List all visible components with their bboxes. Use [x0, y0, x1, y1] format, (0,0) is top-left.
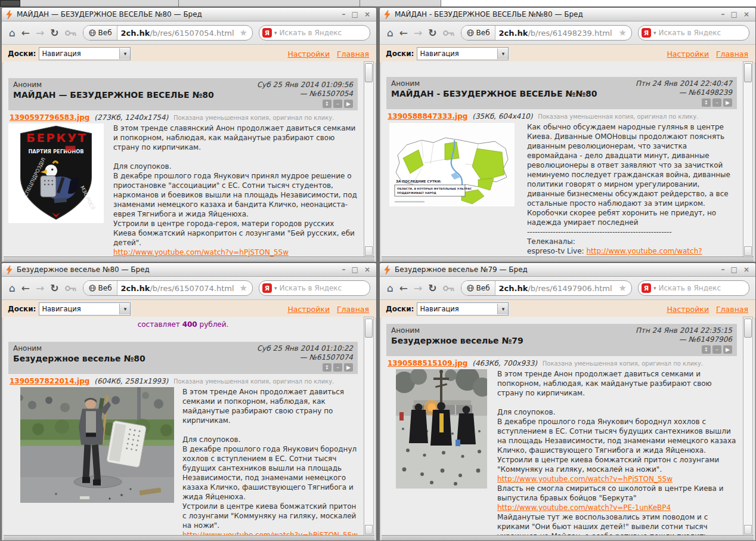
yandex-search-box[interactable]: Я ▾ Искать в Яндекс [259, 25, 370, 41]
bookmark-star-icon[interactable]: ★ [240, 27, 252, 38]
address-bar[interactable]: Веб 2ch.hk/b/res/61507054.html ★ [83, 25, 253, 41]
window-titlebar[interactable]: Безудержное веселье №79 — Бред – □ × [380, 263, 755, 277]
maximize-button[interactable]: □ [352, 10, 360, 18]
home-button[interactable]: ⌂ [387, 28, 394, 38]
settings-link[interactable]: Настройки [667, 50, 709, 58]
yandex-search-box[interactable]: Я ▾ Искать в Яндекс [638, 280, 749, 296]
minimize-button[interactable]: – [342, 10, 347, 18]
web-mode-button[interactable]: Веб [83, 281, 117, 295]
mainpage-link[interactable]: Главная [337, 50, 369, 58]
reload-button[interactable]: ↻ [50, 28, 58, 38]
reload-button[interactable]: ↻ [428, 283, 436, 293]
search-dropdown-icon[interactable]: ▾ [653, 30, 656, 36]
file-link[interactable]: 1390588515109.jpg [388, 359, 467, 367]
close-button[interactable]: × [364, 10, 371, 18]
select-dropdown-icon[interactable]: ▾ [119, 304, 130, 314]
file-link[interactable]: 1390597796583.jpg [10, 113, 89, 122]
play-post-button[interactable]: ▶ [344, 363, 353, 372]
close-button[interactable]: × [743, 265, 751, 274]
maximize-button[interactable]: □ [731, 10, 739, 18]
maximize-button[interactable]: □ [352, 265, 360, 274]
scrollbar-thumb[interactable] [744, 63, 752, 82]
background-window-strip[interactable] [0, 0, 756, 7]
post-thumbnail[interactable]: БЕРКУТ ПАРТИЯ РЕГИОНОВ СПЕЦПІДРОЗДІЛ МЗС… [8, 123, 104, 223]
settings-link[interactable]: Настройки [287, 305, 330, 314]
expand-post-button[interactable]: ↕ [702, 98, 711, 107]
back-button[interactable]: ← [399, 283, 408, 293]
file-link[interactable]: 1390597822014.jpg [10, 377, 89, 385]
scrollbar-thumb[interactable] [365, 319, 373, 338]
scrollbar-end-button[interactable] [744, 525, 752, 534]
background-window-fragment[interactable] [20, 0, 179, 7]
forward-button[interactable]: → [414, 28, 422, 38]
play-post-button[interactable]: ▶ [344, 100, 353, 108]
forward-button[interactable]: → [36, 28, 44, 38]
bookmark-star-icon[interactable]: ★ [619, 27, 631, 38]
scrollbar-thumb[interactable] [365, 63, 373, 82]
key-icon[interactable] [65, 27, 77, 39]
minimize-button[interactable]: – [721, 265, 726, 274]
navigation-select[interactable]: Навигация ▾ [417, 302, 509, 316]
select-dropdown-icon[interactable]: ▾ [497, 48, 508, 59]
scrollbar-end-button[interactable] [744, 246, 752, 256]
background-window-fragment[interactable] [179, 0, 360, 7]
key-icon[interactable] [443, 27, 455, 39]
scrollbar-end-button[interactable] [365, 246, 373, 256]
back-button[interactable]: ← [21, 28, 30, 38]
hide-post-button[interactable]: – [333, 100, 342, 108]
window-titlebar[interactable]: МАЙДАН — БЕЗУДЕРЖНОЕ ВЕСЕЛЬЕ №80 — Бред … [2, 8, 376, 21]
settings-link[interactable]: Настройки [287, 50, 330, 58]
url-text[interactable]: 2ch.hk/b/res/61507074.html [117, 284, 240, 293]
yandex-search-box[interactable]: Я ▾ Искать в Яндекс [638, 25, 749, 41]
forward-button[interactable]: → [414, 283, 422, 293]
reload-button[interactable]: ↻ [50, 283, 58, 293]
background-window-fragment[interactable] [441, 0, 756, 7]
back-button[interactable]: ← [399, 28, 408, 38]
expand-post-button[interactable]: ↕ [323, 363, 331, 372]
post-number[interactable]: — №61507074 [257, 353, 353, 361]
post-thumbnail[interactable] [20, 387, 174, 503]
vertical-scrollbar[interactable] [743, 61, 753, 257]
address-bar[interactable]: Веб 2ch.hk/b/res/61507074.html ★ [83, 280, 253, 296]
close-button[interactable]: × [743, 10, 751, 18]
vertical-scrollbar[interactable] [743, 317, 753, 536]
back-button[interactable]: ← [21, 283, 30, 293]
navigation-select[interactable]: Навигация ▾ [417, 47, 509, 60]
expand-post-button[interactable]: ↕ [702, 345, 711, 354]
search-dropdown-icon[interactable]: ▾ [274, 30, 277, 36]
home-button[interactable]: ⌂ [9, 28, 16, 38]
hide-post-button[interactable]: – [333, 363, 342, 372]
web-mode-button[interactable]: Веб [83, 26, 117, 40]
window-titlebar[interactable]: Безудержное веселье №80 — Бред – □ × [2, 263, 376, 277]
post-number[interactable]: — №61498239 [636, 88, 732, 97]
mainpage-link[interactable]: Главная [716, 305, 748, 314]
key-icon[interactable] [443, 283, 455, 294]
select-dropdown-icon[interactable]: ▾ [119, 48, 130, 59]
hide-post-button[interactable]: – [712, 98, 721, 107]
play-post-button[interactable]: ▶ [723, 345, 732, 354]
search-dropdown-icon[interactable]: ▾ [274, 285, 277, 291]
maximize-button[interactable]: □ [731, 265, 739, 274]
home-button[interactable]: ⌂ [9, 283, 16, 293]
bookmark-star-icon[interactable]: ★ [619, 283, 631, 293]
reload-button[interactable]: ↻ [428, 28, 436, 38]
post-number[interactable]: — №61497906 [636, 335, 732, 344]
post-link[interactable]: http://www.youtube.com/watch?v=hPjSTON_5… [497, 475, 673, 483]
vertical-scrollbar[interactable] [364, 61, 374, 257]
url-text[interactable]: 2ch.hk/b/res/61507054.html [117, 29, 240, 38]
expand-post-button[interactable]: ↕ [323, 100, 331, 108]
mainpage-link[interactable]: Главная [337, 305, 369, 314]
post-link[interactable]: http://www.youtube.com/watch?v=hPjSTON_5… [113, 248, 289, 256]
web-mode-button[interactable]: Веб [461, 26, 495, 40]
scrollbar-thumb[interactable] [744, 319, 752, 338]
bookmark-star-icon[interactable]: ★ [240, 283, 252, 293]
file-link[interactable]: 1390588847333.jpg [388, 112, 467, 120]
hide-post-button[interactable]: – [712, 345, 721, 354]
navigation-select[interactable]: Навигация ▾ [39, 302, 131, 316]
yandex-search-box[interactable]: Я ▾ Искать в Яндекс [259, 280, 370, 296]
navigation-select[interactable]: Навигация ▾ [39, 47, 131, 60]
key-icon[interactable] [65, 283, 77, 294]
window-titlebar[interactable]: МАЙДАН - БЕЗУДЕРЖНОЕ ВЕСЕЛЬЕ №№80 — Бред… [380, 8, 755, 21]
close-button[interactable]: × [364, 265, 371, 274]
background-window-fragment[interactable] [0, 0, 20, 7]
